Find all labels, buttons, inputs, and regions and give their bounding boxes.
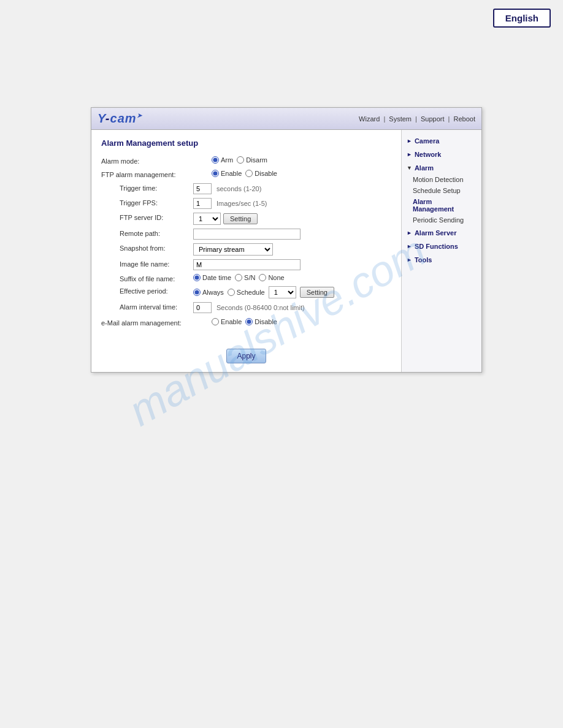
sidebar-sd-functions-header[interactable]: ► SD Functions [402, 240, 481, 252]
image-file-name-label: Image file name: [120, 259, 193, 268]
alarm-interval-label: Alarm interval time: [120, 302, 193, 311]
ftp-enable-label[interactable]: Enable [212, 170, 242, 177]
header-nav: Wizard | System | Support | Reboot [359, 115, 475, 123]
effective-always-label[interactable]: Always [193, 289, 224, 296]
trigger-time-input[interactable] [193, 183, 212, 194]
sidebar-alarm-server-label: Alarm Server [415, 229, 457, 237]
suffix-sn-radio[interactable] [235, 274, 242, 281]
page-title: Alarm Management setup [101, 138, 391, 148]
suffix-datetime-text: Date time [202, 274, 231, 281]
alarm-mode-arm-label[interactable]: Arm [212, 156, 233, 164]
sidebar-item-motion-detection[interactable]: Motion Detection [402, 174, 481, 185]
ftp-alarm-label: FTP alarm management: [101, 170, 212, 178]
sidebar-item-schedule-setup[interactable]: Schedule Setup [402, 185, 481, 196]
remote-path-input[interactable] [193, 229, 301, 240]
effective-period-row: Effective period: Always Schedule 1 2 [120, 286, 391, 298]
sidebar-alarm-server-header[interactable]: ► Alarm Server [402, 227, 481, 239]
main-content: Alarm Management setup Alarm mode: Arm D… [91, 130, 481, 372]
trigger-fps-control: Images/sec (1-5) [193, 198, 267, 209]
sidebar-camera-header[interactable]: ► Camera [402, 135, 481, 147]
snapshot-from-select[interactable]: Primary stream Secondary stream [193, 243, 273, 256]
alarm-interval-input[interactable] [193, 302, 212, 313]
effective-schedule-select[interactable]: 1 2 [269, 286, 296, 298]
suffix-sn-text: S/N [244, 274, 255, 281]
effective-always-radio[interactable] [193, 289, 201, 296]
sidebar-network-header[interactable]: ► Network [402, 148, 481, 161]
alarm-mode-disarm-text: Disarm [246, 156, 267, 164]
email-disable-radio[interactable] [245, 318, 253, 325]
ftp-server-id-label: FTP server ID: [120, 213, 193, 221]
ftp-alarm-control: Enable Disable [212, 170, 277, 177]
sidebar-section-alarm-server: ► Alarm Server [402, 227, 481, 239]
apply-button[interactable]: Apply [226, 349, 266, 363]
alarm-mode-disarm-label[interactable]: Disarm [237, 156, 267, 164]
ftp-disable-label[interactable]: Disable [245, 170, 277, 177]
image-file-name-row: Image file name: [120, 259, 391, 270]
ftp-server-id-row: FTP server ID: 1 2 3 Setting [120, 213, 391, 225]
sidebar-section-camera: ► Camera [402, 135, 481, 147]
trigger-time-hint: seconds (1-20) [216, 185, 261, 192]
ftp-server-id-control: 1 2 3 Setting [193, 213, 258, 225]
sidebar-network-label: Network [415, 151, 441, 158]
snapshot-from-control: Primary stream Secondary stream [193, 243, 273, 256]
remote-path-label: Remote path: [120, 229, 193, 237]
alarm-mode-arm-text: Arm [221, 156, 233, 164]
suffix-row: Suffix of file name: Date time S/N No [120, 274, 391, 282]
ftp-server-id-select[interactable]: 1 2 3 [193, 213, 221, 225]
image-file-name-input[interactable] [193, 259, 301, 270]
nav-system[interactable]: System [389, 115, 412, 123]
snapshot-from-label: Snapshot from: [120, 243, 193, 252]
suffix-none-radio[interactable] [259, 274, 266, 281]
alarm-mode-row: Alarm mode: Arm Disarm [101, 156, 391, 165]
ftp-enable-text: Enable [221, 170, 242, 177]
email-disable-text: Disable [255, 318, 277, 325]
ftp-setting-button[interactable]: Setting [223, 213, 258, 224]
effective-schedule-label[interactable]: Schedule [228, 289, 265, 296]
alarm-mode-control: Arm Disarm [212, 156, 267, 164]
nav-wizard[interactable]: Wizard [359, 115, 380, 123]
sidebar-section-alarm: ▼ Alarm Motion Detection Schedule Setup … [402, 162, 481, 226]
email-alarm-label: e-Mail alarm management: [101, 318, 212, 327]
nav-reboot[interactable]: Reboot [454, 115, 475, 123]
alarm-mode-arm-radio[interactable] [212, 156, 219, 164]
camera-frame: Y-cam➤ Wizard | System | Support | Reboo… [91, 107, 482, 373]
suffix-none-label[interactable]: None [259, 274, 284, 281]
email-disable-label[interactable]: Disable [245, 318, 277, 325]
nav-support[interactable]: Support [421, 115, 445, 123]
effective-period-control: Always Schedule 1 2 Setting [193, 286, 334, 298]
sidebar-tools-header[interactable]: ► Tools [402, 254, 481, 266]
effective-setting-button[interactable]: Setting [300, 287, 334, 298]
effective-schedule-radio[interactable] [228, 289, 235, 296]
alarm-mode-disarm-radio[interactable] [237, 156, 244, 164]
suffix-datetime-label[interactable]: Date time [193, 274, 231, 281]
trigger-fps-hint: Images/sec (1-5) [216, 200, 267, 207]
network-arrow-icon: ► [407, 151, 412, 157]
sidebar-item-periodic-sending[interactable]: Periodic Sending [402, 214, 481, 226]
left-panel: Alarm Management setup Alarm mode: Arm D… [91, 130, 402, 372]
right-sidebar: ► Camera ► Network ▼ Alarm Motion Detect… [402, 130, 481, 372]
trigger-fps-input[interactable] [193, 198, 212, 209]
apply-row: Apply [101, 336, 391, 363]
sidebar-alarm-label: Alarm [415, 164, 434, 172]
tools-arrow-icon: ► [407, 257, 412, 263]
sidebar-item-alarm-management[interactable]: Alarm Management [402, 196, 481, 214]
snapshot-from-row: Snapshot from: Primary stream Secondary … [120, 243, 391, 256]
sidebar-section-network: ► Network [402, 148, 481, 161]
header-bar: Y-cam➤ Wizard | System | Support | Reboo… [91, 108, 481, 130]
suffix-sn-label[interactable]: S/N [235, 274, 255, 281]
trigger-time-control: seconds (1-20) [193, 183, 261, 194]
image-file-name-control [193, 259, 301, 270]
sidebar-section-tools: ► Tools [402, 254, 481, 266]
sidebar-camera-label: Camera [415, 137, 439, 145]
effective-period-label: Effective period: [120, 286, 193, 295]
trigger-fps-label: Trigger FPS: [120, 198, 193, 207]
language-badge: English [493, 9, 551, 28]
ftp-enable-radio[interactable] [212, 170, 219, 177]
suffix-control: Date time S/N None [193, 274, 285, 281]
sidebar-sd-functions-label: SD Functions [415, 243, 458, 250]
suffix-datetime-radio[interactable] [193, 274, 201, 281]
ftp-disable-radio[interactable] [245, 170, 253, 177]
email-enable-label[interactable]: Enable [212, 318, 242, 325]
sidebar-alarm-header[interactable]: ▼ Alarm [402, 162, 481, 174]
email-enable-radio[interactable] [212, 318, 219, 325]
